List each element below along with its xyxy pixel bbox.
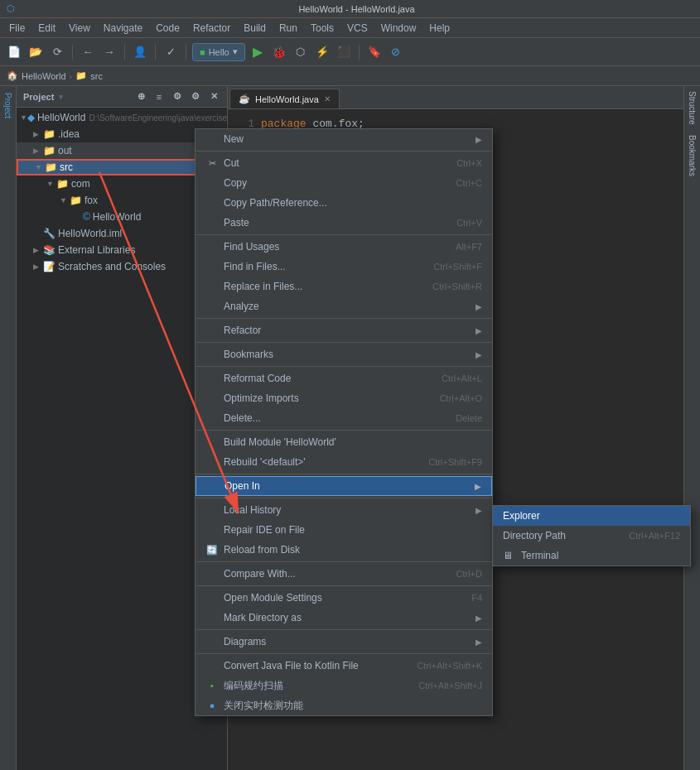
- ctx-optimize-imports[interactable]: Optimize Imports Ctrl+Alt+O: [196, 388, 492, 408]
- bookmarks-panel-btn[interactable]: Bookmarks: [686, 130, 698, 181]
- ctx-reload-disk[interactable]: 🔄 Reload from Disk: [196, 540, 492, 560]
- ctx-build-module[interactable]: Build Module 'HelloWorld': [196, 432, 492, 452]
- ctx-mark-directory[interactable]: Mark Directory as ▶: [196, 608, 492, 628]
- ctx-sep2: [196, 318, 492, 319]
- ctx-paste[interactable]: Paste Ctrl+V: [196, 213, 492, 233]
- tab-helloworld-java[interactable]: ☕ HelloWorld.java ✕: [229, 89, 340, 108]
- title-bar: ⬡ HelloWorld - HelloWorld.java: [0, 0, 700, 18]
- sidebar-project-icon[interactable]: Project: [2, 89, 14, 122]
- toolbar-new-btn[interactable]: 📄: [5, 43, 23, 61]
- toolbar-check-btn[interactable]: ✓: [162, 43, 180, 61]
- settings-btn[interactable]: ⚙: [189, 90, 202, 103]
- menu-bar: File Edit View Navigate Code Refactor Bu…: [0, 18, 700, 38]
- panel-header: Project ▾ ⊕ ≡ ⚙ ⚙ ✕: [17, 86, 227, 108]
- directory-path-label: Directory Path: [503, 530, 566, 541]
- scope-btn[interactable]: ⊕: [134, 90, 147, 103]
- cut-icon: ✂: [205, 158, 219, 169]
- folder-icon: 📁: [43, 128, 56, 140]
- toolbar-back-btn[interactable]: ←: [79, 43, 97, 61]
- debug-button[interactable]: 🐞: [270, 43, 288, 61]
- ctx-module-settings[interactable]: Open Module Settings F4: [196, 588, 492, 608]
- run-button[interactable]: ▶: [249, 43, 267, 61]
- menu-tools[interactable]: Tools: [305, 21, 340, 36]
- ctx-realtime-check[interactable]: ● 关闭实时检测功能: [196, 695, 492, 715]
- ctx-convert-kotlin[interactable]: Convert Java File to Kotlin File Ctrl+Al…: [196, 656, 492, 676]
- tree-label: fox: [84, 195, 98, 206]
- menu-refactor[interactable]: Refactor: [187, 21, 236, 36]
- ctx-copy-path[interactable]: Copy Path/Reference...: [196, 193, 492, 213]
- ctx-new[interactable]: New ▶: [196, 129, 492, 149]
- ctx-find-in-files[interactable]: Find in Files... Ctrl+Shift+F: [196, 257, 492, 277]
- submenu-directory-path[interactable]: Directory Path Ctrl+Alt+F12: [493, 526, 690, 546]
- ctx-cut-label: Cut: [224, 157, 239, 169]
- ctx-rebuild[interactable]: Rebuild '<default>' Ctrl+Shift+F9: [196, 452, 492, 472]
- arrow-icon: ▶: [476, 135, 482, 144]
- arrow-icon: ▶: [476, 350, 482, 359]
- folder-icon: 📁: [70, 195, 82, 206]
- tree-label: .idea: [58, 128, 80, 140]
- tree-helloworld-root[interactable]: ▼ ◆ HelloWorld D:\SoftwareEngineering\ja…: [17, 109, 227, 126]
- ctx-delete[interactable]: Delete... Delete: [196, 408, 492, 428]
- profile-btn[interactable]: ⚡: [313, 43, 331, 61]
- explorer-label: Explorer: [503, 510, 540, 522]
- close-panel-btn[interactable]: ✕: [207, 90, 220, 103]
- ctx-find-usages[interactable]: Find Usages Alt+F7: [196, 237, 492, 257]
- menu-help[interactable]: Help: [423, 21, 456, 36]
- ctx-scan-shortcut: Ctrl+Alt+Shift+J: [418, 681, 482, 691]
- arrow-icon: ▶: [475, 482, 481, 491]
- libs-icon: 📚: [43, 244, 56, 256]
- toolbar-forward-btn[interactable]: →: [100, 43, 118, 61]
- ctx-cut[interactable]: ✂ Cut Ctrl+X: [196, 153, 492, 173]
- ctx-compare-with[interactable]: Compare With... Ctrl+D: [196, 564, 492, 584]
- ctx-find-in-files-label: Find in Files...: [224, 261, 286, 272]
- run-config-label: Hello: [209, 47, 229, 57]
- ctx-compare-shortcut: Ctrl+D: [456, 569, 482, 579]
- coverage-btn[interactable]: ⬡: [292, 43, 310, 61]
- structure-panel-btn[interactable]: Structure: [686, 86, 698, 130]
- open-in-submenu: Explorer Directory Path Ctrl+Alt+F12 🖥 T…: [492, 505, 691, 566]
- ctx-local-history[interactable]: Local History ▶: [196, 500, 492, 520]
- ctx-analyze[interactable]: Analyze ▶: [196, 296, 492, 316]
- menu-edit[interactable]: Edit: [32, 21, 61, 36]
- menu-build[interactable]: Build: [238, 21, 272, 36]
- breadcrumb-project[interactable]: HelloWorld: [22, 71, 66, 81]
- ctx-open-in[interactable]: Open In ▶: [196, 476, 492, 496]
- bookmark-btn[interactable]: 🔖: [365, 43, 384, 61]
- menu-view[interactable]: View: [63, 21, 96, 36]
- submenu-explorer[interactable]: Explorer: [493, 506, 690, 526]
- tab-close-btn[interactable]: ✕: [324, 94, 331, 103]
- toolbar-open-btn[interactable]: 📂: [27, 43, 45, 61]
- ctx-sep5: [196, 430, 492, 431]
- ctx-convert-kotlin-label: Convert Java File to Kotlin File: [224, 660, 359, 671]
- no-entry-btn[interactable]: ⊘: [387, 43, 405, 61]
- ctx-rebuild-shortcut: Ctrl+Shift+F9: [428, 457, 482, 467]
- ctx-replace-in-files[interactable]: Replace in Files... Ctrl+Shift+R: [196, 277, 492, 296]
- ctx-bookmarks[interactable]: Bookmarks ▶: [196, 344, 492, 364]
- java-file-icon: ☕: [239, 94, 250, 104]
- ctx-copy[interactable]: Copy Ctrl+C: [196, 173, 492, 193]
- run-config-btn[interactable]: ■ Hello ▾: [192, 43, 245, 61]
- filter-btn[interactable]: ⚙: [171, 90, 184, 103]
- expand-arrow: ▶: [33, 262, 43, 271]
- ctx-diagrams[interactable]: Diagrams ▶: [196, 632, 492, 652]
- toolbar-user-btn[interactable]: 👤: [131, 43, 149, 61]
- menu-run[interactable]: Run: [273, 21, 303, 36]
- ctx-reformat[interactable]: Reformat Code Ctrl+Alt+L: [196, 368, 492, 388]
- ctx-refactor[interactable]: Refactor ▶: [196, 320, 492, 340]
- ctx-sep0: [196, 151, 492, 152]
- menu-navigate[interactable]: Navigate: [98, 21, 148, 36]
- menu-code[interactable]: Code: [150, 21, 186, 36]
- toolbar-sep1: [72, 45, 73, 60]
- menu-vcs[interactable]: VCS: [341, 21, 374, 36]
- submenu-terminal[interactable]: 🖥 Terminal: [493, 546, 690, 565]
- ctx-repair-ide[interactable]: Repair IDE on File: [196, 520, 492, 540]
- ctx-compare-label: Compare With...: [224, 568, 296, 580]
- ctx-code-scan[interactable]: ▪ 编码规约扫描 Ctrl+Alt+Shift+J: [196, 676, 492, 695]
- menu-file[interactable]: File: [3, 21, 31, 36]
- toolbar-refresh-btn[interactable]: ⟳: [48, 43, 66, 61]
- tree-label: HelloWorld: [93, 211, 141, 223]
- stop-btn[interactable]: ⬛: [335, 43, 353, 61]
- breadcrumb-src[interactable]: src: [90, 71, 103, 81]
- menu-window[interactable]: Window: [375, 21, 422, 36]
- sort-btn[interactable]: ≡: [152, 90, 166, 103]
